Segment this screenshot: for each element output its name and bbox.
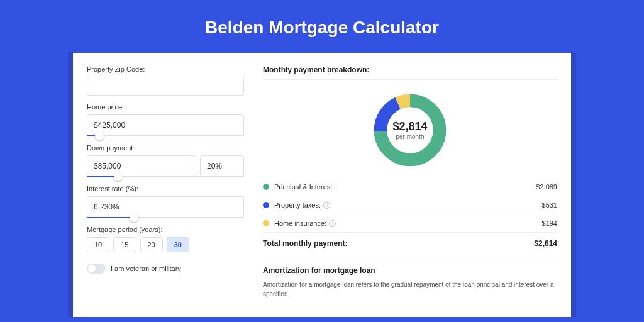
- period-btn-10[interactable]: 10: [87, 237, 109, 252]
- donut-chart: $2,814 per month: [263, 85, 557, 178]
- rate-label: Interest rate (%):: [87, 185, 244, 192]
- breakdown-value: $531: [542, 201, 557, 209]
- legend-dot: [263, 202, 269, 208]
- breakdown-label: Home insurance:?: [274, 219, 542, 227]
- breakdown-label: Property taxes:?: [274, 201, 542, 209]
- price-field: Home price:: [87, 103, 244, 136]
- page-title: Belden Mortgage Calculator: [68, 0, 576, 53]
- donut-amount: $2,814: [392, 120, 427, 133]
- info-icon[interactable]: ?: [323, 202, 330, 209]
- legend-dot: [263, 220, 269, 226]
- price-slider-thumb[interactable]: [95, 131, 104, 140]
- period-btn-30[interactable]: 30: [167, 237, 189, 252]
- amortization-section: Amortization for mortgage loan Amortizat…: [263, 258, 557, 299]
- veteran-toggle[interactable]: [87, 264, 106, 274]
- breakdown-title: Monthly payment breakdown:: [263, 65, 557, 80]
- down-amount-input[interactable]: [87, 155, 196, 177]
- breakdown-value: $2,089: [536, 183, 557, 191]
- period-btn-15[interactable]: 15: [113, 237, 136, 252]
- info-icon[interactable]: ?: [329, 220, 336, 227]
- donut-sub: per month: [396, 133, 424, 140]
- form-panel: Property Zip Code: Home price: Down paym…: [87, 65, 244, 317]
- price-label: Home price:: [87, 103, 244, 111]
- veteran-row: I am veteran or military: [87, 264, 244, 274]
- down-slider[interactable]: [87, 176, 244, 177]
- rate-slider[interactable]: [87, 217, 244, 218]
- amort-text: Amortization for a mortgage loan refers …: [263, 280, 557, 299]
- rate-slider-thumb[interactable]: [130, 213, 138, 222]
- total-row: Total monthly payment: $2,814: [263, 233, 557, 258]
- breakdown-label: Principal & Interest:: [274, 183, 536, 191]
- total-value: $2,814: [534, 239, 557, 248]
- price-slider[interactable]: [87, 135, 244, 136]
- down-field: Down payment:: [87, 144, 244, 177]
- calculator-card: Property Zip Code: Home price: Down paym…: [68, 53, 576, 317]
- period-label: Mortgage period (years):: [87, 226, 244, 233]
- rate-input[interactable]: [87, 196, 244, 218]
- zip-input[interactable]: [87, 77, 244, 96]
- rate-field: Interest rate (%):: [87, 185, 244, 218]
- breakdown-panel: Monthly payment breakdown: $2,814 per mo…: [263, 65, 557, 317]
- total-label: Total monthly payment:: [263, 239, 534, 248]
- down-slider-thumb[interactable]: [114, 172, 123, 181]
- price-input[interactable]: [87, 114, 244, 136]
- amort-title: Amortization for mortgage loan: [263, 266, 557, 275]
- zip-label: Property Zip Code:: [87, 65, 244, 73]
- legend-dot: [263, 184, 269, 190]
- period-btn-20[interactable]: 20: [140, 237, 163, 252]
- period-field: Mortgage period (years): 10152030: [87, 226, 244, 252]
- down-label: Down payment:: [87, 144, 244, 152]
- veteran-label: I am veteran or military: [111, 265, 181, 272]
- breakdown-value: $194: [542, 219, 557, 227]
- breakdown-row: Property taxes:?$531: [263, 196, 557, 214]
- breakdown-row: Home insurance:?$194: [263, 214, 557, 233]
- breakdown-row: Principal & Interest:$2,089: [263, 178, 557, 196]
- zip-field: Property Zip Code:: [87, 65, 244, 96]
- down-pct-input[interactable]: [200, 155, 244, 177]
